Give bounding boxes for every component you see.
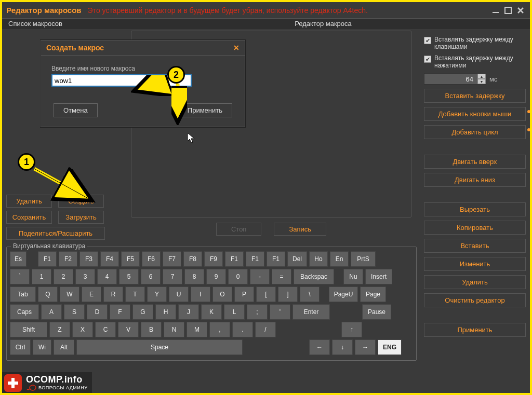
key-[interactable]: ↑ <box>341 322 362 337</box>
key-[interactable]: ' <box>270 304 290 320</box>
key-v[interactable]: V <box>118 322 139 337</box>
key-page[interactable]: Page <box>360 287 386 302</box>
key-alt[interactable]: Alt <box>54 339 74 355</box>
key-[interactable]: , <box>209 322 230 337</box>
key-f4[interactable]: F4 <box>100 251 119 267</box>
key-en[interactable]: En <box>330 251 349 267</box>
key-6[interactable]: 6 <box>141 269 161 284</box>
start-record-button[interactable]: Запись <box>274 223 326 236</box>
key-n[interactable]: N <box>164 322 184 337</box>
key-backspac[interactable]: Backspac <box>294 269 334 284</box>
key-pageu[interactable]: PageU <box>329 287 358 302</box>
key-t[interactable]: T <box>125 287 145 302</box>
checkbox-delay-keys[interactable]: ✔ <box>424 37 431 44</box>
copy-button[interactable]: Копировать <box>424 221 526 235</box>
share-macro-button[interactable]: Поделиться/Расшарить <box>6 227 105 240</box>
dialog-cancel-button[interactable]: Отмена <box>54 103 98 117</box>
key-9[interactable]: 9 <box>206 269 226 284</box>
key-caps[interactable]: Caps <box>10 304 39 320</box>
key-[interactable]: [ <box>256 287 276 302</box>
key-insert[interactable]: Insert <box>365 269 392 284</box>
key-j[interactable]: J <box>178 304 199 320</box>
key-[interactable]: - <box>250 269 270 284</box>
key-5[interactable]: 5 <box>119 269 139 284</box>
delete-step-button[interactable]: Удалить <box>424 275 526 289</box>
key-f5[interactable]: F5 <box>121 251 140 267</box>
key-y[interactable]: Y <box>147 287 167 302</box>
key-o[interactable]: O <box>212 287 232 302</box>
tab-macro-list[interactable]: Список макросов <box>2 19 116 30</box>
key-4[interactable]: 4 <box>97 269 117 284</box>
key-u[interactable]: U <box>169 287 189 302</box>
key-s[interactable]: S <box>64 304 85 320</box>
key-[interactable]: = <box>272 269 291 284</box>
stop-record-button[interactable]: Стоп <box>216 223 261 236</box>
minimize-button[interactable] <box>490 5 501 16</box>
key-b[interactable]: B <box>141 322 162 337</box>
key-e[interactable]: E <box>82 287 101 302</box>
checkbox-delay-press[interactable]: ✔ <box>424 56 431 63</box>
key-7[interactable]: 7 <box>163 269 182 284</box>
load-macro-button[interactable]: Загрузить <box>58 211 104 224</box>
save-macro-button[interactable]: Сохранить <box>6 211 52 224</box>
key-x[interactable]: X <box>72 322 93 337</box>
key-f9[interactable]: F9 <box>204 251 223 267</box>
key-f1[interactable]: F1 <box>38 251 57 267</box>
key-f8[interactable]: F8 <box>183 251 202 267</box>
key-f6[interactable]: F6 <box>142 251 161 267</box>
key-enter[interactable]: Enter <box>292 304 330 320</box>
key-[interactable]: → <box>355 339 376 355</box>
close-button[interactable] <box>515 5 526 16</box>
key-r[interactable]: R <box>103 287 123 302</box>
edit-button[interactable]: Изменить <box>424 257 526 271</box>
key-f3[interactable]: F3 <box>79 251 98 267</box>
spinner-up-icon[interactable]: ▲ <box>477 74 486 79</box>
key-es[interactable]: Es <box>10 251 26 267</box>
key-f1[interactable]: F1 <box>225 251 244 267</box>
key-tab[interactable]: Tab <box>10 287 36 302</box>
dialog-close-icon[interactable]: ✕ <box>233 44 240 52</box>
key-[interactable]: ← <box>309 339 330 355</box>
clear-editor-button[interactable]: Очистить редактор <box>424 293 526 307</box>
key-[interactable]: ↓ <box>332 339 353 355</box>
key-2[interactable]: 2 <box>54 269 73 284</box>
key-g[interactable]: G <box>132 304 153 320</box>
key-3[interactable]: 3 <box>75 269 95 284</box>
key-[interactable]: ] <box>278 287 298 302</box>
key-[interactable]: ` <box>10 269 30 284</box>
key-pause[interactable]: Pause <box>362 304 391 320</box>
key-[interactable]: ; <box>247 304 268 320</box>
key-1[interactable]: 1 <box>32 269 51 284</box>
key-nu[interactable]: Nu <box>343 269 363 284</box>
key-q[interactable]: Q <box>38 287 58 302</box>
key-[interactable]: / <box>255 322 276 337</box>
key-f1[interactable]: F1 <box>246 251 264 267</box>
key-8[interactable]: 8 <box>184 269 204 284</box>
tab-macro-editor[interactable]: Редактор макроса <box>116 19 530 30</box>
key-del[interactable]: Del <box>287 251 307 267</box>
key-k[interactable]: K <box>201 304 222 320</box>
key-m[interactable]: M <box>187 322 207 337</box>
delay-spinner[interactable]: 64 ▲▼ <box>424 73 486 85</box>
cut-button[interactable]: Вырезать <box>424 202 526 216</box>
key-z[interactable]: Z <box>49 322 70 337</box>
key-c[interactable]: C <box>95 322 116 337</box>
key-space[interactable]: Space <box>76 339 243 355</box>
key-ho[interactable]: Ho <box>309 251 328 267</box>
add-mouse-button[interactable]: Добавить кнопки мыши <box>424 107 526 121</box>
key-eng[interactable]: ENG <box>378 339 402 355</box>
apply-button[interactable]: Применить <box>424 323 526 337</box>
key-f[interactable]: F <box>110 304 130 320</box>
spinner-down-icon[interactable]: ▼ <box>477 79 486 84</box>
key-w[interactable]: W <box>60 287 79 302</box>
key-prts[interactable]: PrtS <box>351 251 376 267</box>
move-down-button[interactable]: Двигать вниз <box>424 173 526 187</box>
key-[interactable]: . <box>232 322 253 337</box>
key-f7[interactable]: F7 <box>163 251 181 267</box>
key-f1[interactable]: F1 <box>267 251 285 267</box>
key-f2[interactable]: F2 <box>59 251 77 267</box>
key-ctrl[interactable]: Ctrl <box>10 339 31 355</box>
key-p[interactable]: P <box>234 287 254 302</box>
key-0[interactable]: 0 <box>228 269 248 284</box>
key-d[interactable]: D <box>87 304 108 320</box>
